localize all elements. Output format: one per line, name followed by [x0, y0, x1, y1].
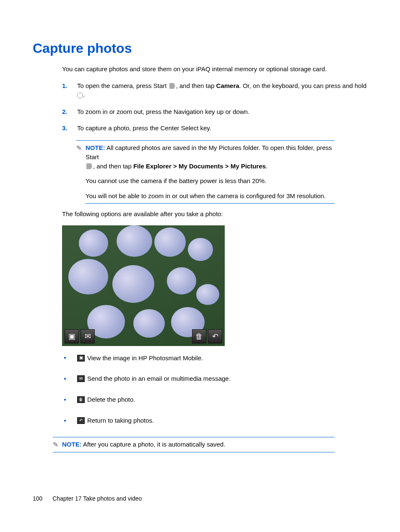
list-item: ● ▣ View the image in HP Photosmart Mobi…: [62, 354, 367, 363]
bullet-dot: ●: [62, 418, 77, 424]
step-item: 1. To open the camera, press Start , and…: [62, 81, 367, 100]
bullet-text: View the image in HP Photosmart Mobile.: [87, 354, 203, 363]
step-body: To zoom in or zoom out, press the Naviga…: [77, 107, 367, 116]
step-item: 2. To zoom in or zoom out, press the Nav…: [62, 107, 367, 116]
photo-toolbar-right: 🗑 ↶: [192, 329, 222, 343]
bullet-text: Delete the photo.: [87, 395, 135, 404]
note-label: NOTE:: [62, 441, 82, 448]
step-text: .: [83, 91, 85, 98]
note-text: After you capture a photo, it is automat…: [83, 441, 225, 448]
bullet-dot: ●: [62, 355, 77, 361]
page-number: 100: [33, 494, 42, 503]
trash-icon: 🗑: [77, 396, 85, 403]
return-arrow-icon: ↶: [77, 417, 85, 424]
note-icon: ✎: [76, 143, 86, 204]
step-number: 1.: [62, 81, 77, 100]
intro-text: You can capture photos and store them on…: [62, 65, 367, 74]
list-item: ● ↶ Return to taking photos.: [62, 416, 367, 425]
photo-content: [62, 225, 225, 346]
step-text: To open the camera, press Start: [77, 82, 169, 89]
start-flag-icon: [169, 83, 175, 89]
step-number: 3.: [62, 124, 77, 133]
step-body: To capture a photo, press the Center Sel…: [77, 124, 367, 133]
bullet-text: Return to taking photos.: [87, 416, 154, 425]
note-bold: File Explorer > My Documents > My Pictur…: [133, 163, 266, 170]
image-icon: ▣: [77, 355, 85, 362]
bullet-dot: ●: [62, 397, 77, 403]
step-text: . Or, on the keyboard, you can press and…: [239, 82, 367, 89]
note-text: , and then tap: [93, 163, 133, 170]
step-item: 3. To capture a photo, press the Center …: [62, 124, 367, 133]
note-block: ✎ NOTE: All captured photos are saved in…: [76, 140, 335, 204]
page-title: Capture photos: [33, 39, 367, 58]
note-block: ✎ NOTE: After you capture a photo, it is…: [53, 437, 335, 452]
start-flag-icon: [86, 163, 92, 169]
envelope-icon: ✉: [77, 375, 85, 382]
list-item: ● 🗑 Delete the photo.: [62, 395, 367, 404]
bullet-dot: ●: [62, 376, 77, 382]
note-label: NOTE:: [86, 144, 105, 151]
return-icon[interactable]: ↶: [208, 329, 222, 343]
bullet-list: ● ▣ View the image in HP Photosmart Mobi…: [62, 354, 367, 425]
delete-icon[interactable]: 🗑: [192, 329, 206, 343]
send-email-icon[interactable]: ✉: [81, 329, 95, 343]
options-intro: The following options are available afte…: [62, 209, 367, 219]
note-text: .: [266, 163, 268, 170]
step-bold: Camera: [216, 82, 239, 89]
sample-photo: ▣ ✉ 🗑 ↶: [62, 225, 225, 346]
note-icon: ✎: [53, 440, 62, 449]
step-number: 2.: [62, 107, 77, 116]
page-footer: 100 Chapter 17 Take photos and video: [33, 494, 142, 503]
bullet-text: Send the photo in an email or multimedia…: [87, 374, 231, 383]
view-image-icon[interactable]: ▣: [65, 329, 79, 343]
ok-button-icon: [77, 93, 83, 98]
list-item: ● ✉ Send the photo in an email or multim…: [62, 374, 367, 383]
step-body: To open the camera, press Start , and th…: [77, 81, 367, 100]
note-text: You will not be able to zoom in or out w…: [86, 191, 335, 204]
step-list: 1. To open the camera, press Start , and…: [62, 81, 367, 133]
note-text: You cannot use the camera if the battery…: [86, 176, 335, 186]
note-text: All captured photos are saved in the My …: [86, 144, 332, 160]
chapter-label: Chapter 17 Take photos and video: [52, 495, 142, 502]
photo-toolbar-left: ▣ ✉: [65, 329, 95, 343]
step-text: , and then tap: [176, 82, 216, 89]
